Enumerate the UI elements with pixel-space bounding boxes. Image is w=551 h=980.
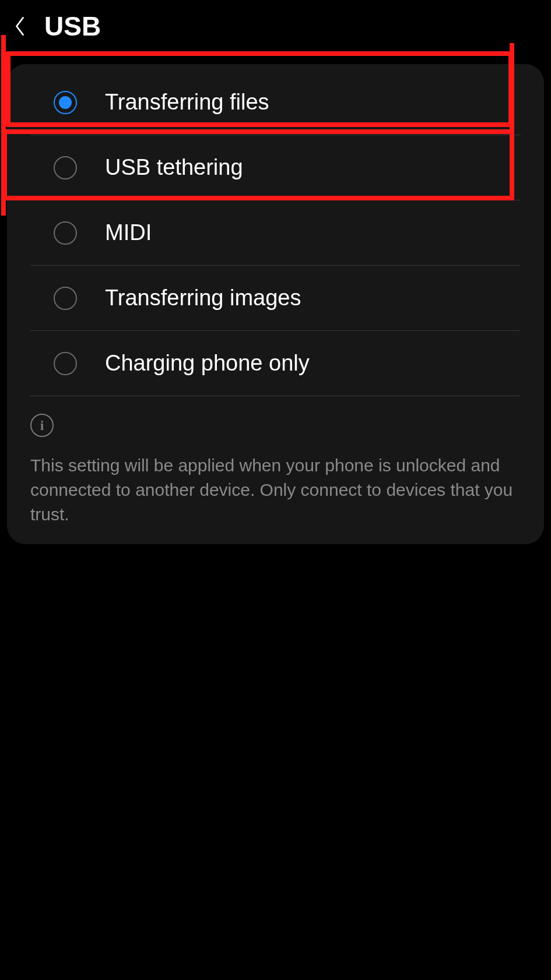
page-title: USB (44, 10, 101, 42)
option-label: Transferring files (105, 90, 269, 115)
settings-card: Transferring files USB tethering MIDI Tr… (7, 64, 544, 544)
info-section: i This setting will be applied when your… (7, 396, 544, 527)
option-label: USB tethering (105, 155, 243, 180)
header: USB (0, 0, 551, 52)
option-midi[interactable]: MIDI (30, 200, 521, 266)
option-usb-tethering[interactable]: USB tethering (30, 135, 521, 200)
option-charging-only[interactable]: Charging phone only (30, 331, 521, 396)
back-icon[interactable] (12, 15, 28, 38)
radio-unselected-icon (54, 221, 77, 245)
info-icon: i (30, 414, 54, 437)
option-label: Transferring images (105, 285, 301, 311)
radio-selected-icon (54, 91, 77, 114)
info-text: This setting will be applied when your p… (30, 453, 521, 527)
option-transferring-files[interactable]: Transferring files (30, 64, 521, 135)
radio-unselected-icon (54, 352, 77, 375)
radio-unselected-icon (54, 287, 77, 310)
option-transferring-images[interactable]: Transferring images (30, 266, 521, 331)
radio-unselected-icon (54, 156, 77, 179)
option-label: Charging phone only (105, 351, 310, 376)
option-label: MIDI (105, 220, 152, 245)
